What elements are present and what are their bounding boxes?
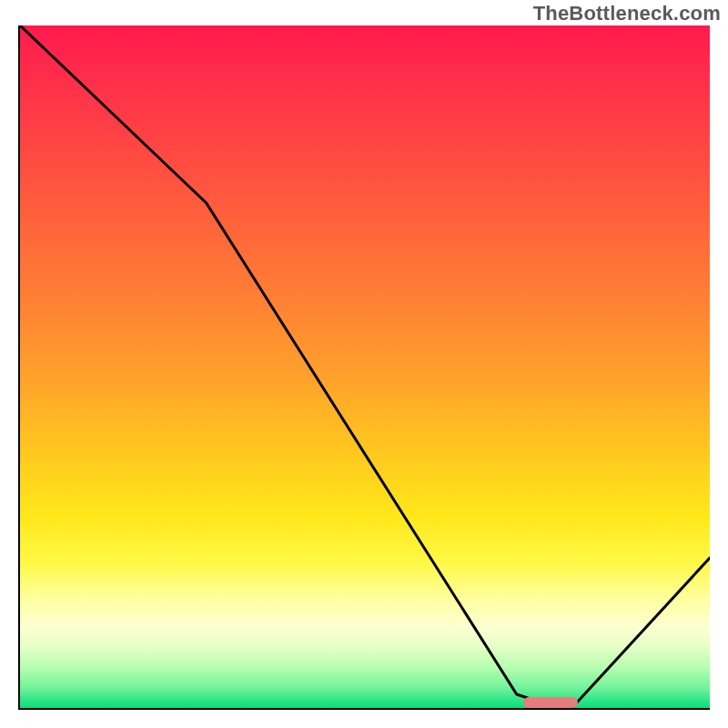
plot-area [18,25,710,710]
chart-container: TheBottleneck.com [0,0,728,728]
curve-layer [20,25,710,708]
optimal-range-marker [523,697,579,708]
bottleneck-curve [20,25,710,708]
watermark-text: TheBottleneck.com [533,2,721,25]
